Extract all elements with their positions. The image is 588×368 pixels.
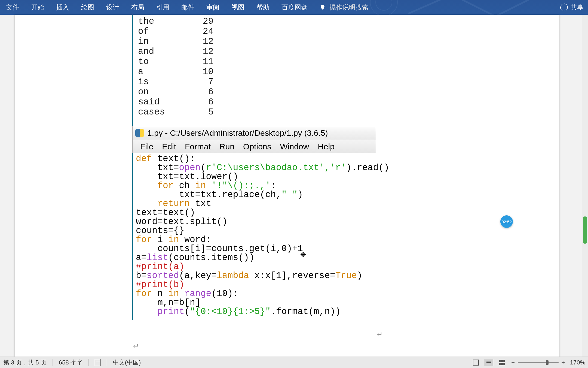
document-area: the 29of 24in 12and 12to 11a 10is 7on 6s… — [0, 15, 588, 357]
scrollbar-thumb[interactable] — [583, 216, 587, 244]
share-button[interactable]: 共享 — [560, 0, 584, 15]
embedded-idle-window-image[interactable]: 1.py - C:/Users/Administrator/Desktop/1.… — [132, 126, 376, 320]
document-page[interactable]: the 29of 24in 12and 12to 11a 10is 7on 6s… — [15, 15, 559, 364]
svg-point-0 — [370, 0, 397, 16]
idle-menu-edit[interactable]: Edit — [158, 142, 180, 151]
paragraph-mark: ↵ — [133, 340, 138, 350]
ribbon-tab-mailings[interactable]: 邮件 — [175, 0, 200, 15]
ribbon-decorative-art — [354, 0, 544, 16]
ribbon-tab-file[interactable]: 文件 — [0, 0, 25, 15]
ribbon-tabs: 文件 开始 插入 绘图 设计 布局 引用 邮件 审阅 视图 帮助 百度网盘 — [0, 0, 314, 15]
ribbon-tab-home[interactable]: 开始 — [25, 0, 50, 15]
document-vertical-scrollbar[interactable] — [582, 15, 588, 357]
idle-code-area: def text(): txt=open(r'C:\users\baodao.t… — [132, 153, 376, 320]
ribbon-tab-design[interactable]: 设计 — [100, 0, 125, 15]
view-web-layout[interactable] — [498, 359, 506, 366]
output-row: of 24 — [138, 26, 371, 37]
proofing-icon[interactable] — [95, 359, 101, 366]
idle-menu-window[interactable]: Window — [276, 142, 314, 151]
view-read-mode[interactable] — [471, 359, 480, 366]
ribbon-tab-baidunetdisk[interactable]: 百度网盘 — [275, 0, 314, 15]
zoom-level[interactable]: 170% — [570, 359, 585, 366]
output-row: the 29 — [138, 16, 371, 26]
ribbon-tab-help[interactable]: 帮助 — [250, 0, 275, 15]
output-row: said 6 — [138, 97, 371, 107]
zoom-track[interactable] — [518, 362, 559, 363]
idle-menu-run[interactable]: Run — [215, 142, 239, 151]
read-mode-icon — [473, 360, 479, 366]
idle-menu-options[interactable]: Options — [239, 142, 275, 151]
recording-timer-badge[interactable]: 02:52 — [500, 215, 513, 228]
zoom-in-button[interactable]: + — [561, 359, 566, 366]
idle-menu-help[interactable]: Help — [313, 142, 339, 151]
status-wordcount[interactable]: 658 个字 — [59, 358, 82, 367]
ribbon-tab-layout[interactable]: 布局 — [125, 0, 150, 15]
zoom-slider[interactable]: − + — [511, 359, 566, 366]
status-language[interactable]: 中文(中国) — [113, 358, 141, 367]
status-divider — [53, 359, 53, 366]
zoom-out-button[interactable]: − — [511, 359, 516, 366]
idle-menu-format[interactable]: Format — [180, 142, 215, 151]
idle-title: 1.py - C:/Users/Administrator/Desktop/1.… — [147, 128, 328, 138]
print-layout-icon — [486, 361, 491, 364]
embedded-output-image[interactable]: the 29of 24in 12and 12to 11a 10is 7on 6s… — [132, 15, 375, 126]
status-page[interactable]: 第 3 页，共 5 页 — [3, 358, 47, 367]
idle-menu-bar: File Edit Format Run Options Window Help — [132, 140, 376, 153]
web-layout-icon — [499, 360, 505, 365]
output-row: and 12 — [138, 47, 371, 57]
share-icon — [560, 4, 568, 11]
ribbon-tab-references[interactable]: 引用 — [150, 0, 175, 15]
status-divider — [88, 359, 89, 366]
idle-titlebar: 1.py - C:/Users/Administrator/Desktop/1.… — [132, 126, 376, 140]
output-row: cases 5 — [138, 107, 371, 117]
output-row: a 10 — [138, 67, 371, 77]
ribbon-tab-insert[interactable]: 插入 — [50, 0, 75, 15]
svg-point-1 — [376, 0, 392, 10]
share-label: 共享 — [571, 3, 584, 12]
output-row: in 12 — [138, 37, 371, 47]
zoom-thumb[interactable] — [546, 360, 549, 365]
ribbon-tab-review[interactable]: 审阅 — [200, 0, 225, 15]
python-icon — [135, 129, 144, 137]
output-row: is 7 — [138, 77, 371, 87]
output-table: the 29of 24in 12and 12to 11a 10is 7on 6s… — [133, 15, 375, 119]
ribbon-bar: 文件 开始 插入 绘图 设计 布局 引用 邮件 审阅 视图 帮助 百度网盘 操作… — [0, 0, 588, 15]
view-print-layout[interactable] — [485, 359, 493, 366]
output-row: on 6 — [138, 87, 371, 97]
status-divider — [107, 359, 107, 366]
status-bar: 第 3 页，共 5 页 658 个字 中文(中国) − + 170% — [0, 357, 588, 368]
paragraph-mark: ↵ — [377, 328, 382, 338]
idle-menu-file[interactable]: File — [136, 142, 158, 151]
tellme-icon[interactable] — [319, 4, 326, 11]
move-cursor-icon: ✥ — [300, 251, 306, 259]
output-row: to 11 — [138, 57, 371, 67]
ribbon-tab-draw[interactable]: 绘图 — [75, 0, 100, 15]
ribbon-tab-view[interactable]: 视图 — [225, 0, 250, 15]
